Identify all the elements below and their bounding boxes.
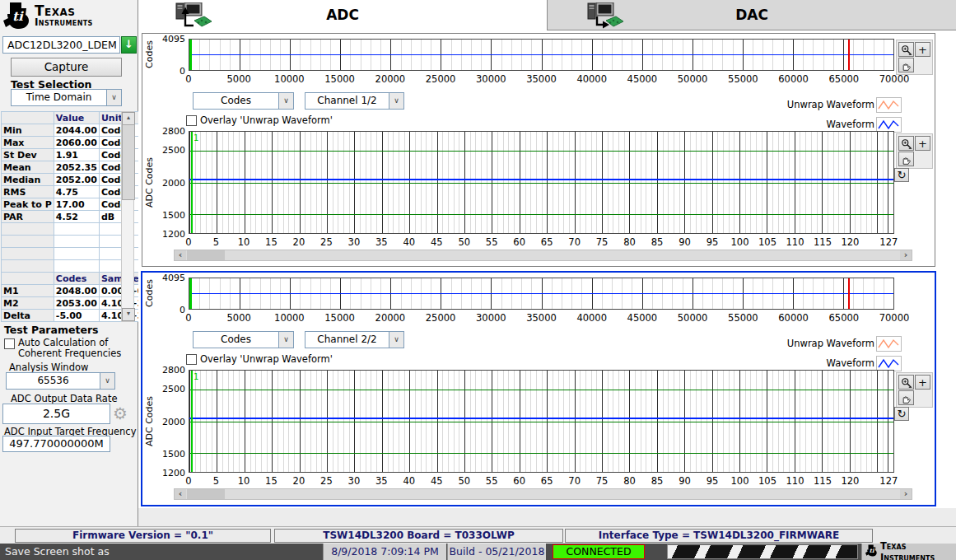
y-tick-label: 2800 bbox=[162, 365, 185, 376]
legend-label: Unwrap Waveform bbox=[787, 338, 874, 349]
overview-waveform-plot[interactable] bbox=[189, 278, 894, 310]
x-tick-label: 10000 bbox=[266, 312, 312, 324]
waveform-line-icon bbox=[876, 356, 902, 371]
waveform-line-icon bbox=[876, 117, 902, 133]
sidebar: ti Texas Instruments ADC12DL3200_LDEM ↓ … bbox=[0, 0, 138, 526]
zoom-tool-button[interactable] bbox=[898, 136, 914, 151]
legend-unwrap-waveform[interactable]: Unwrap Waveform bbox=[637, 335, 902, 352]
x-tick-label: 60000 bbox=[771, 73, 817, 85]
zoom-tool-button[interactable] bbox=[898, 42, 914, 57]
test-parameters-heading: Test Parameters bbox=[4, 324, 99, 336]
save-screenshot-label[interactable]: Save Screen shot as bbox=[5, 544, 110, 560]
value-cell: 2060.00 bbox=[54, 137, 99, 149]
table-scrollbar[interactable]: ▴ ▾ bbox=[121, 111, 134, 322]
main-x-tick-labels: 0510152025303540455055606570758085909510… bbox=[189, 236, 894, 247]
x-tick-label: 127 bbox=[865, 475, 912, 487]
chevron-down-icon: ∨ bbox=[389, 332, 403, 348]
rescale-tool-button[interactable]: ↻ bbox=[894, 407, 909, 421]
auto-calc-checkbox[interactable] bbox=[4, 338, 15, 349]
plot-horizontal-scrollbar[interactable]: ‹ › bbox=[174, 250, 912, 261]
x-tick-label: 40000 bbox=[569, 312, 615, 324]
units-dropdown[interactable]: Codes ∨ bbox=[193, 92, 294, 110]
x-tick-label: 10000 bbox=[266, 73, 312, 85]
value-cell: 4.75 bbox=[54, 186, 99, 198]
cursor-tool-button[interactable]: + bbox=[915, 42, 930, 57]
strip-y-axis-label: Codes bbox=[144, 35, 155, 73]
capture-button[interactable]: Capture bbox=[11, 58, 122, 77]
y-tick-label: 2000 bbox=[162, 178, 185, 189]
x-tick-label: 70000 bbox=[871, 73, 917, 85]
waveform-plot[interactable]: 1 bbox=[189, 131, 894, 234]
gear-icon[interactable]: ⚙ bbox=[113, 404, 128, 422]
connection-status-badge: CONNECTED bbox=[553, 544, 645, 559]
x-tick-label: 5000 bbox=[216, 312, 262, 324]
cursor-tool-button[interactable]: + bbox=[915, 136, 930, 151]
scrollbar-thumb[interactable] bbox=[187, 250, 225, 260]
test-selection-dropdown[interactable]: Time Domain ∨ bbox=[11, 89, 122, 106]
tab-dac[interactable]: DAC bbox=[548, 0, 956, 30]
value-cell bbox=[54, 236, 99, 248]
waveform-plot[interactable]: 1 bbox=[189, 370, 894, 473]
scroll-up-button[interactable]: ▴ bbox=[122, 112, 135, 125]
legend-waveform[interactable]: Waveform bbox=[637, 355, 902, 371]
x-tick-label: 55000 bbox=[720, 312, 766, 324]
y-tick-label: 2000 bbox=[162, 417, 185, 427]
plot-horizontal-scrollbar[interactable]: ‹ › bbox=[174, 488, 912, 500]
row-label-cell: Min bbox=[2, 124, 54, 137]
pan-tool-button[interactable] bbox=[898, 390, 914, 405]
tab-adc[interactable]: ADC bbox=[138, 0, 548, 31]
analysis-window-value: 65536 bbox=[7, 373, 100, 389]
chevron-down-icon: ∨ bbox=[389, 93, 403, 109]
pan-tool-button[interactable] bbox=[898, 58, 914, 72]
column-header-cell: Value bbox=[54, 112, 99, 124]
scrollbar-thumb[interactable] bbox=[187, 489, 225, 499]
x-tick-label: 5000 bbox=[216, 73, 262, 85]
legend-label: Waveform bbox=[827, 119, 874, 130]
channel-value: Channel 1/2 bbox=[305, 93, 389, 109]
table-scrollbar-thumb[interactable] bbox=[122, 124, 135, 200]
analysis-window-dropdown[interactable]: 65536 ∨ bbox=[6, 372, 115, 390]
scroll-down-button[interactable]: ▾ bbox=[122, 308, 135, 321]
chevron-down-icon: ∨ bbox=[278, 93, 293, 109]
scroll-left-button[interactable]: ‹ bbox=[175, 250, 186, 260]
units-value: Codes bbox=[194, 93, 278, 109]
load-device-button[interactable]: ↓ bbox=[121, 36, 137, 54]
y-tick-label: 2800 bbox=[162, 126, 185, 137]
pan-tool-button[interactable] bbox=[898, 152, 914, 166]
overlay-unwrap-checkbox[interactable] bbox=[186, 115, 197, 126]
x-tick-label: 50000 bbox=[669, 312, 716, 324]
adc-input-freq-input[interactable]: 497.770000000M bbox=[2, 436, 110, 452]
build-label: Build - 05/21/2018 bbox=[447, 544, 546, 560]
scroll-right-button[interactable]: › bbox=[900, 489, 912, 499]
scroll-left-button[interactable]: ‹ bbox=[175, 489, 186, 499]
channel1-panel: Codes 40950 0500010000150002000025000300… bbox=[142, 33, 935, 267]
legend-waveform[interactable]: Waveform bbox=[637, 116, 902, 133]
device-selector[interactable]: ADC12DL3200_LDEM bbox=[2, 36, 120, 54]
scroll-right-button[interactable]: › bbox=[900, 250, 912, 260]
x-tick-label: 30000 bbox=[468, 312, 514, 324]
channel-dropdown[interactable]: Channel 2/2 ∨ bbox=[305, 331, 404, 348]
units-dropdown[interactable]: Codes ∨ bbox=[193, 331, 294, 348]
x-tick-label: 70000 bbox=[871, 312, 917, 324]
svg-text:ti: ti bbox=[12, 9, 24, 24]
adc-output-rate-input[interactable]: 2.5G bbox=[2, 404, 110, 424]
overlay-unwrap-label: Overlay 'Unwrap Waveform' bbox=[200, 115, 333, 126]
legend-unwrap-waveform[interactable]: Unwrap Waveform bbox=[637, 96, 902, 113]
y-tick-label: 4095 bbox=[162, 34, 185, 44]
overlay-unwrap-checkbox[interactable] bbox=[186, 354, 197, 365]
row-label-cell: Peak to P bbox=[2, 198, 54, 211]
row-label-cell: Mean bbox=[2, 161, 54, 174]
chevron-down-icon: ∨ bbox=[100, 373, 114, 389]
ti-logo-icon: ti bbox=[865, 544, 878, 559]
value-cell: 2044.00 bbox=[54, 124, 99, 137]
channel-dropdown[interactable]: Channel 1/2 ∨ bbox=[305, 92, 404, 110]
zoom-tool-button[interactable] bbox=[898, 375, 914, 390]
rescale-tool-button[interactable]: ↻ bbox=[894, 168, 909, 182]
cursor-tool-button[interactable]: + bbox=[915, 375, 930, 390]
cursor-label: 1 bbox=[194, 133, 198, 142]
x-tick-label: 60000 bbox=[771, 312, 817, 324]
row-label-cell: Delta bbox=[2, 310, 54, 322]
overview-waveform-plot[interactable] bbox=[189, 39, 894, 71]
x-tick-label: 45000 bbox=[619, 73, 665, 85]
y-tick-label: 4095 bbox=[162, 273, 185, 283]
